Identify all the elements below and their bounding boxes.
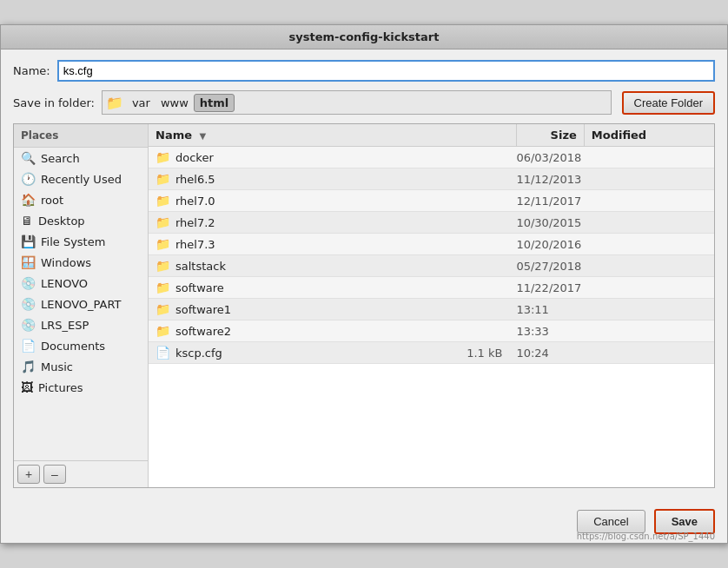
file-modified-cell: 10:24 — [509, 342, 714, 364]
sidebar-item-label: LENOVO_PART — [41, 298, 122, 311]
file-name-cell: 📁 saltstack — [149, 255, 381, 277]
breadcrumb-item-www[interactable]: www — [156, 95, 194, 111]
table-row[interactable]: 📁 software 11/22/2017 — [149, 277, 714, 299]
remove-place-button[interactable]: – — [43, 465, 66, 484]
sidebar-item-file-system[interactable]: 💾File System — [14, 231, 148, 252]
file-modified-cell: 06/03/2018 — [509, 147, 714, 168]
col-header-name[interactable]: Name ▼ — [149, 124, 516, 147]
name-label: Name: — [13, 64, 50, 77]
file-size-cell — [381, 234, 509, 255]
breadcrumb-folder-icon: 📁 — [106, 95, 123, 111]
file-table: Name ▼ Size Modified — [149, 124, 714, 147]
footer-url: https://blog.csdn.net/a/SP_1440 — [577, 532, 715, 541]
folder-icon: 📁 — [156, 172, 170, 186]
sidebar-icon: 💿 — [21, 318, 36, 332]
file-name-cell: 📄 kscp.cfg — [149, 342, 381, 364]
sidebar-icon: 📄 — [21, 339, 36, 353]
folder-icon: 📁 — [156, 281, 170, 294]
sidebar-item-lenovo[interactable]: 💿LENOVO — [14, 273, 148, 294]
file-size-cell: 1.1 kB — [381, 342, 509, 364]
file-name-cell: 📁 rhel7.0 — [149, 190, 381, 212]
sidebar-item-label: Windows — [41, 256, 91, 269]
folder-icon: 📁 — [156, 194, 170, 208]
create-folder-button[interactable]: Create Folder — [622, 91, 715, 115]
sidebar-item-lenovo_part[interactable]: 💿LENOVO_PART — [14, 294, 148, 314]
sidebar-icon: 💿 — [21, 276, 36, 290]
file-scroll-area[interactable]: 📁 docker 06/03/2018 📁 rhel6.5 11/12/2013… — [149, 147, 714, 487]
folder-icon: 📁 — [156, 324, 170, 338]
titlebar: system-config-kickstart — [1, 25, 727, 50]
file-name-cell: 📁 rhel7.2 — [149, 212, 381, 234]
file-modified-cell: 10/30/2015 — [509, 212, 714, 234]
file-size-cell — [381, 255, 509, 277]
sidebar-item-label: root — [41, 194, 63, 207]
file-list-table: 📁 docker 06/03/2018 📁 rhel6.5 11/12/2013… — [149, 147, 714, 364]
file-name-cell: 📁 software — [149, 277, 381, 299]
file-name: software — [175, 281, 224, 294]
sidebar-item-label: Search — [41, 152, 80, 165]
file-name-cell: 📁 software2 — [149, 320, 381, 342]
sidebar-icon: 💿 — [21, 297, 36, 311]
breadcrumb-item-html[interactable]: html — [194, 94, 235, 112]
save-button[interactable]: Save — [654, 509, 715, 534]
file-name: rhel7.3 — [175, 238, 215, 251]
table-row[interactable]: 📁 software2 13:33 — [149, 320, 714, 342]
table-row[interactable]: 📁 saltstack 05/27/2018 — [149, 255, 714, 277]
file-modified-cell: 05/27/2018 — [509, 255, 714, 277]
sidebar-icon: 🏠 — [21, 193, 36, 207]
table-row[interactable]: 📁 rhel6.5 11/12/2013 — [149, 168, 714, 190]
places-header: Places — [14, 124, 148, 148]
file-size-cell — [381, 168, 509, 190]
breadcrumb-item-var[interactable]: var — [127, 95, 156, 111]
table-row[interactable]: 📁 rhel7.2 10/30/2015 — [149, 212, 714, 234]
sidebar-item-label: LRS_ESP — [41, 319, 89, 332]
col-header-size[interactable]: Size — [516, 124, 584, 147]
name-input[interactable] — [57, 60, 715, 82]
sidebar-item-root[interactable]: 🏠root — [14, 189, 148, 210]
file-name: software2 — [175, 325, 231, 338]
file-name: rhel7.0 — [175, 195, 215, 208]
table-row[interactable]: 📁 software1 13:11 — [149, 299, 714, 320]
file-table-body: 📁 docker 06/03/2018 📁 rhel6.5 11/12/2013… — [149, 147, 714, 364]
sidebar-item-pictures[interactable]: 🖼Pictures — [14, 377, 148, 398]
sidebar-item-recently-used[interactable]: 🕐Recently Used — [14, 168, 148, 189]
table-row[interactable]: 📁 docker 06/03/2018 — [149, 147, 714, 168]
sidebar-item-windows[interactable]: 🪟Windows — [14, 252, 148, 273]
file-modified-cell: 13:33 — [509, 320, 714, 342]
table-row[interactable]: 📁 rhel7.0 12/11/2017 — [149, 190, 714, 212]
cancel-button[interactable]: Cancel — [577, 510, 645, 533]
file-size-cell — [381, 212, 509, 234]
file-size-cell — [381, 147, 509, 168]
folder-icon: 📁 — [156, 150, 170, 164]
sidebar-item-label: LENOVO — [41, 277, 88, 290]
sidebar-item-search[interactable]: 🔍Search — [14, 148, 148, 168]
file-size-cell — [381, 320, 509, 342]
sidebar-footer: + – — [14, 460, 148, 487]
sidebar-item-lrs_esp[interactable]: 💿LRS_ESP — [14, 314, 148, 335]
sidebar-item-label: Recently Used — [41, 173, 122, 186]
add-place-button[interactable]: + — [17, 465, 40, 484]
sidebar-items: 🔍Search🕐Recently Used🏠root🖥Desktop💾File … — [14, 148, 148, 398]
dialog-footer: Cancel Save https://blog.csdn.net/a/SP_1… — [1, 504, 727, 543]
file-name: kscp.cfg — [175, 347, 222, 360]
sidebar-item-label: Desktop — [38, 215, 85, 228]
sidebar-item-desktop[interactable]: 🖥Desktop — [14, 210, 148, 231]
sidebar-item-music[interactable]: 🎵Music — [14, 356, 148, 377]
table-header: Name ▼ Size Modified — [149, 124, 714, 147]
table-row[interactable]: 📄 kscp.cfg 1.1 kB 10:24 — [149, 342, 714, 364]
sidebar-icon: 🪟 — [21, 255, 36, 269]
sidebar-icon: 🕐 — [21, 172, 36, 186]
file-name: rhel6.5 — [175, 173, 215, 186]
sidebar-item-documents[interactable]: 📄Documents — [14, 335, 148, 356]
file-name: docker — [175, 151, 214, 164]
file-modified-cell: 11/22/2017 — [509, 277, 714, 299]
sidebar-icon: 🖥 — [21, 214, 33, 228]
file-modified-cell: 12/11/2017 — [509, 190, 714, 212]
file-size-cell — [381, 299, 509, 320]
col-header-modified[interactable]: Modified — [584, 124, 714, 147]
sidebar-icon: 🖼 — [21, 380, 33, 394]
table-row[interactable]: 📁 rhel7.3 10/20/2016 — [149, 234, 714, 255]
sidebar-item-label: File System — [41, 235, 105, 248]
folder-icon: 📁 — [156, 302, 170, 316]
name-row: Name: — [13, 60, 715, 82]
